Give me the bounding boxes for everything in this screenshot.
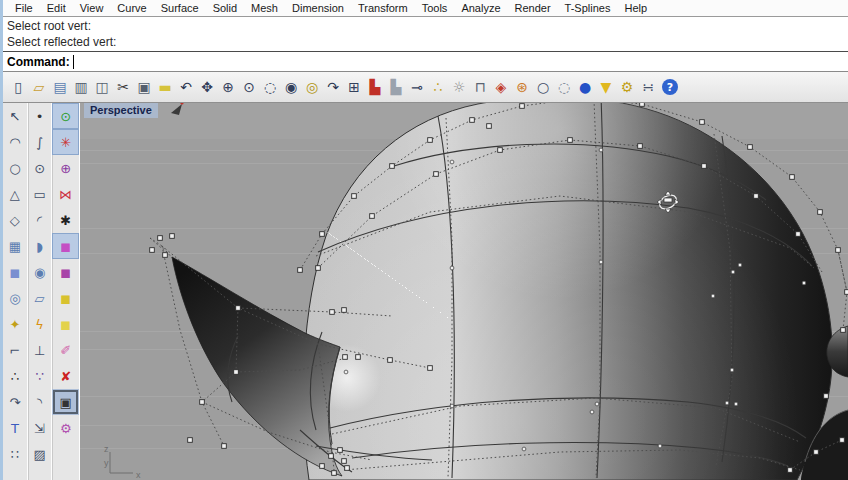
- zoom-window-icon[interactable]: ◌: [260, 76, 280, 98]
- zoom-dynamic-icon[interactable]: ◉: [281, 76, 301, 98]
- command-input-row[interactable]: Command:: [0, 51, 848, 72]
- surface-vertex[interactable]: [711, 294, 715, 298]
- surface-vertex[interactable]: [725, 401, 729, 405]
- ts-axis-tripod-icon[interactable]: ✳: [52, 129, 79, 155]
- control-point[interactable]: [170, 234, 175, 239]
- control-point[interactable]: [748, 145, 753, 150]
- surface-vertex[interactable]: [599, 148, 603, 152]
- ts-power-icon[interactable]: ⊙: [52, 103, 79, 129]
- control-point[interactable]: [342, 459, 347, 464]
- paste-icon[interactable]: ▬: [155, 76, 175, 98]
- control-point[interactable]: [702, 164, 707, 169]
- control-point[interactable]: [840, 438, 845, 443]
- control-point[interactable]: [796, 232, 801, 237]
- menu-item-file[interactable]: File: [8, 2, 40, 14]
- surface-vertex[interactable]: [738, 263, 742, 267]
- interp-curve-icon[interactable]: ∫: [28, 129, 52, 155]
- copy-icon[interactable]: ▣: [134, 76, 154, 98]
- ts-nodes-icon[interactable]: ∺: [638, 76, 658, 98]
- control-point[interactable]: [343, 355, 348, 360]
- rectangle-icon[interactable]: ▭: [28, 181, 52, 207]
- surface-vertex[interactable]: [599, 260, 603, 264]
- menu-item-render[interactable]: Render: [508, 2, 558, 14]
- control-point[interactable]: [390, 164, 395, 169]
- control-point[interactable]: [200, 400, 205, 405]
- menu-item-help[interactable]: Help: [617, 2, 654, 14]
- control-point[interactable]: [790, 175, 795, 180]
- control-point-curve-icon[interactable]: ◠: [3, 129, 27, 155]
- control-point[interactable]: [700, 120, 705, 125]
- new-document-icon[interactable]: ▯: [8, 76, 28, 98]
- ts-pointer-icon[interactable]: ▼: [596, 76, 616, 98]
- rotate-view-icon[interactable]: ⊕: [218, 76, 238, 98]
- ts-gears-icon[interactable]: ⚙: [617, 76, 637, 98]
- redo-view-icon[interactable]: ↷: [323, 76, 343, 98]
- control-point[interactable]: [638, 144, 643, 149]
- surface-vertex[interactable]: [450, 404, 454, 408]
- hatch-icon[interactable]: ▨: [28, 441, 52, 467]
- control-point[interactable]: [342, 308, 347, 313]
- zoom-extents-icon[interactable]: ◎: [302, 76, 322, 98]
- block-tool-icon[interactable]: ∷: [3, 441, 27, 467]
- box-icon[interactable]: ◼: [3, 259, 27, 285]
- control-point[interactable]: [434, 172, 439, 177]
- menu-item-tools[interactable]: Tools: [415, 2, 455, 14]
- open-folder-icon[interactable]: ▱: [29, 76, 49, 98]
- control-point[interactable]: [841, 328, 846, 333]
- control-point[interactable]: [388, 358, 393, 363]
- spheres-icon[interactable]: ◉: [28, 259, 52, 285]
- surface-vertex[interactable]: [734, 402, 738, 406]
- control-point[interactable]: [370, 214, 375, 219]
- lock-icon[interactable]: ⊓: [470, 76, 490, 98]
- pipe-icon[interactable]: ⌐: [3, 337, 27, 363]
- ts-cube-yellow-a-icon[interactable]: ◼: [52, 285, 79, 311]
- rendered-sphere-icon[interactable]: ●: [575, 76, 595, 98]
- menu-item-t-splines[interactable]: T-Splines: [558, 2, 618, 14]
- control-point[interactable]: [352, 194, 357, 199]
- zoom-in-icon[interactable]: ⊙: [239, 76, 259, 98]
- select-pointer-icon[interactable]: ↖: [3, 103, 27, 129]
- control-point[interactable]: [163, 253, 168, 258]
- viewport-layout-icon[interactable]: ⊞: [344, 76, 364, 98]
- polyline-icon[interactable]: ◇: [3, 207, 27, 233]
- perspective-viewport[interactable]: Perspective: [80, 103, 848, 480]
- undo-icon[interactable]: ↶: [176, 76, 196, 98]
- circle-icon[interactable]: ○: [3, 155, 27, 181]
- control-point[interactable]: [818, 210, 823, 215]
- menu-item-solid[interactable]: Solid: [206, 2, 244, 14]
- control-point[interactable]: [320, 464, 325, 469]
- shaded-viewport-icon[interactable]: ◈: [491, 76, 511, 98]
- surface-vertex[interactable]: [658, 444, 662, 448]
- help-icon[interactable]: ?: [662, 79, 678, 95]
- copy-page-icon[interactable]: ◫: [92, 76, 112, 98]
- arc-tool-icon[interactable]: ↷: [3, 389, 27, 415]
- menu-item-curve[interactable]: Curve: [110, 2, 153, 14]
- wireframe-sphere-icon[interactable]: ○: [533, 76, 553, 98]
- move-points-icon[interactable]: ⇲: [28, 415, 52, 441]
- text-tool-icon[interactable]: T: [3, 415, 27, 441]
- control-point[interactable]: [487, 124, 492, 129]
- control-point[interactable]: [788, 468, 793, 473]
- print-icon[interactable]: ▥: [71, 76, 91, 98]
- blend-icon[interactable]: ✦: [3, 311, 27, 337]
- control-point[interactable]: [329, 454, 334, 459]
- arc-points-icon[interactable]: ◝: [28, 389, 52, 415]
- control-point[interactable]: [428, 366, 433, 371]
- surface-vertex[interactable]: [595, 402, 599, 406]
- control-point[interactable]: [234, 370, 239, 375]
- control-point[interactable]: [332, 471, 337, 476]
- control-point[interactable]: [298, 268, 303, 273]
- control-point[interactable]: [236, 306, 241, 311]
- lightning-icon[interactable]: ϟ: [28, 311, 52, 337]
- surface-vertex[interactable]: [450, 266, 454, 270]
- save-icon[interactable]: ▤: [50, 76, 70, 98]
- control-point[interactable]: [188, 438, 193, 443]
- point-cloud-icon[interactable]: ∴: [3, 363, 27, 389]
- ghosted-sphere-icon[interactable]: ◌: [554, 76, 574, 98]
- control-point[interactable]: [330, 310, 335, 315]
- pan-icon[interactable]: ✥: [197, 76, 217, 98]
- single-point-icon[interactable]: •: [28, 103, 52, 129]
- surface-vertex[interactable]: [344, 370, 348, 374]
- control-point[interactable]: [320, 232, 325, 237]
- control-point[interactable]: [824, 394, 829, 399]
